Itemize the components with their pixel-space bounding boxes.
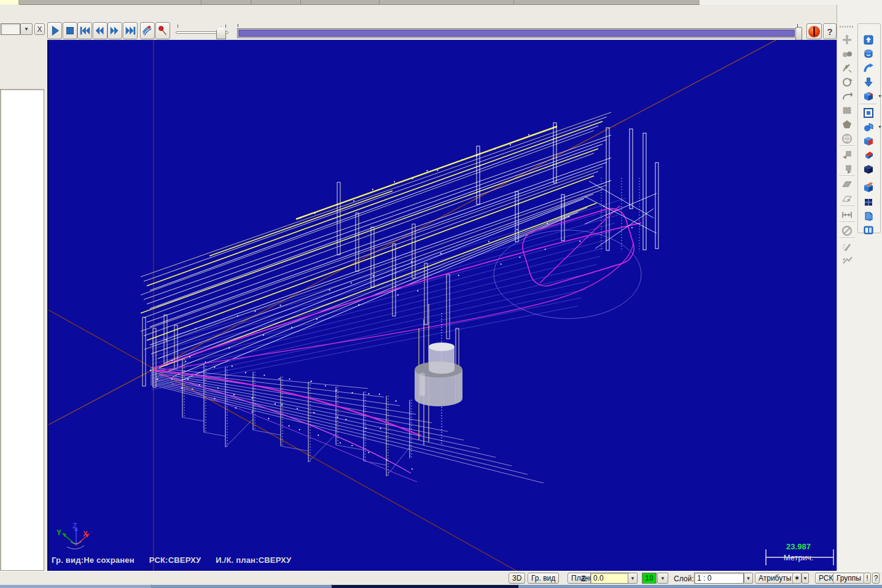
chevron-down-icon: ▼ <box>660 576 665 581</box>
left-combo-dropdown[interactable]: ▼ <box>20 23 33 35</box>
chevron-down-icon: ▼ <box>746 576 751 581</box>
tree-panel[interactable] <box>0 89 44 571</box>
chevron-down-icon: ▼ <box>24 26 29 32</box>
view-3d-button[interactable]: 3D <box>509 573 525 584</box>
forward-icon <box>108 23 122 38</box>
help-icon: ? <box>827 26 832 37</box>
menu-bar-edge <box>19 0 700 5</box>
interrupt-icon <box>808 26 820 37</box>
view-rotate-icon[interactable] <box>861 62 876 74</box>
trace-icon <box>141 23 154 38</box>
stop-button[interactable] <box>63 22 77 39</box>
progress-tick-start <box>238 24 238 27</box>
snap-star-button[interactable]: ✶ <box>792 573 802 584</box>
axis-z-label: Z <box>72 522 77 530</box>
bend-arrow-icon[interactable] <box>840 90 854 103</box>
scale-units: Метрич. <box>762 553 835 562</box>
view-bottom-icon[interactable] <box>861 76 876 88</box>
left-combo-field[interactable] <box>1 23 20 35</box>
step-forward-button[interactable] <box>107 22 122 39</box>
solid-face-icon[interactable] <box>861 135 876 147</box>
layer-value-field[interactable]: 1 : 0 <box>694 573 744 584</box>
slider-tick-end <box>225 25 226 28</box>
grid-solid-icon[interactable] <box>861 196 876 208</box>
globe-icon[interactable] <box>840 133 854 145</box>
rotate-icon[interactable] <box>840 76 854 88</box>
z-value-field[interactable]: 0.0 <box>590 573 628 584</box>
csys-status: РСК:СВЕРХУ <box>149 555 201 565</box>
graph-view-button[interactable]: Гр. вид <box>528 573 559 584</box>
shade-icon[interactable] <box>840 118 854 131</box>
seek-end-icon <box>123 23 137 38</box>
marquee-icon[interactable] <box>840 104 854 117</box>
plane-block-icon[interactable] <box>840 179 854 191</box>
z-dropdown[interactable]: ▼ <box>628 573 638 584</box>
viewport-status-line: Гр. вид:Не сохраненРСК:СВЕРХУИ./К. план:… <box>52 555 306 565</box>
simulation-progress-bar[interactable] <box>237 28 797 38</box>
viewport-3d[interactable] <box>47 40 837 571</box>
warning-button[interactable]: ! <box>864 573 871 584</box>
chevron-down-icon[interactable]: ▼ <box>878 125 882 129</box>
flip-page-icon[interactable] <box>861 210 876 222</box>
progress-handle[interactable] <box>795 27 802 41</box>
application-window: ▼ X ? Гр. вид:Не сохраненРСК:СВЕРХУИ./К.… <box>0 0 882 588</box>
dimension-icon[interactable] <box>840 209 854 221</box>
layer-label: Слой: <box>674 574 694 583</box>
view-iso-cube-icon[interactable] <box>861 90 876 103</box>
view-top-icon[interactable] <box>861 34 876 46</box>
solid-dark-icon[interactable] <box>861 163 876 176</box>
attributes-button[interactable]: Атрибуты <box>755 573 795 584</box>
menu-strip <box>0 0 882 5</box>
right-toolbar-area: ▼▼ <box>837 5 882 584</box>
frame-view-icon[interactable] <box>861 107 876 119</box>
block-shift-right-icon[interactable] <box>840 163 854 175</box>
menu-corner-box <box>0 0 19 4</box>
seek-end-button[interactable] <box>123 22 138 39</box>
speed-slider-thumb[interactable] <box>216 26 226 39</box>
scale-value: 23.987 <box>762 542 835 551</box>
block-shift-left-icon[interactable] <box>840 149 854 161</box>
interrupt-button[interactable] <box>806 23 822 39</box>
plan-status: И./К. план:СВЕРХУ <box>216 555 291 565</box>
chevron-down-icon: ▼ <box>630 576 635 581</box>
arrow-spark-icon[interactable] <box>840 255 854 267</box>
move-arrows-icon[interactable] <box>840 34 854 46</box>
axis-y-label: Y <box>57 528 61 537</box>
help-small-button[interactable]: ? <box>872 573 880 584</box>
layer-dropdown[interactable]: ▼ <box>744 573 753 584</box>
plane-block-dashed-icon[interactable] <box>840 193 854 205</box>
close-icon: X <box>37 25 42 34</box>
panel-close-button[interactable]: X <box>34 23 45 35</box>
toolbar-grip[interactable] <box>840 26 854 28</box>
step-dropdown[interactable]: ▼ <box>657 573 668 584</box>
z-label: Z: <box>581 574 588 583</box>
pen-spark-icon[interactable] <box>840 241 854 253</box>
play-button[interactable] <box>47 22 62 39</box>
star-icon: ✶ <box>794 574 800 582</box>
spark-edit-icon[interactable] <box>840 62 854 74</box>
rewind-icon <box>93 23 107 38</box>
step-value-field[interactable]: 10 <box>642 573 657 584</box>
no-entry-icon[interactable] <box>840 225 854 237</box>
chevron-down-icon[interactable]: ▼ <box>878 94 882 98</box>
stop-icon <box>63 23 77 38</box>
dialog-view-icon[interactable] <box>861 224 876 236</box>
erase-icon[interactable] <box>861 149 876 161</box>
seek-start-icon <box>78 23 92 38</box>
binoculars-icon[interactable] <box>840 48 854 60</box>
progress-fill <box>238 29 795 37</box>
help-button[interactable]: ? <box>823 23 837 39</box>
axis-x-label: X <box>83 530 88 538</box>
snap-dropdown[interactable]: ▼ <box>802 573 809 584</box>
view-cylinder-icon[interactable] <box>861 48 876 60</box>
shaded-view-icon[interactable] <box>861 121 876 133</box>
taskbar-strip <box>0 584 882 588</box>
step-back-button[interactable] <box>93 22 107 39</box>
chevron-down-icon: ▼ <box>803 576 808 581</box>
groups-button[interactable]: Группы <box>833 573 865 584</box>
pin-position-button[interactable] <box>155 22 170 39</box>
export-solid-icon[interactable] <box>861 182 876 194</box>
show-toolpath-button[interactable] <box>140 22 155 39</box>
status-bar: 3D Гр. вид Планы Z: 0.0 ▼ 10 ▼ Слой: 1 :… <box>0 571 882 584</box>
seek-start-button[interactable] <box>77 22 92 39</box>
